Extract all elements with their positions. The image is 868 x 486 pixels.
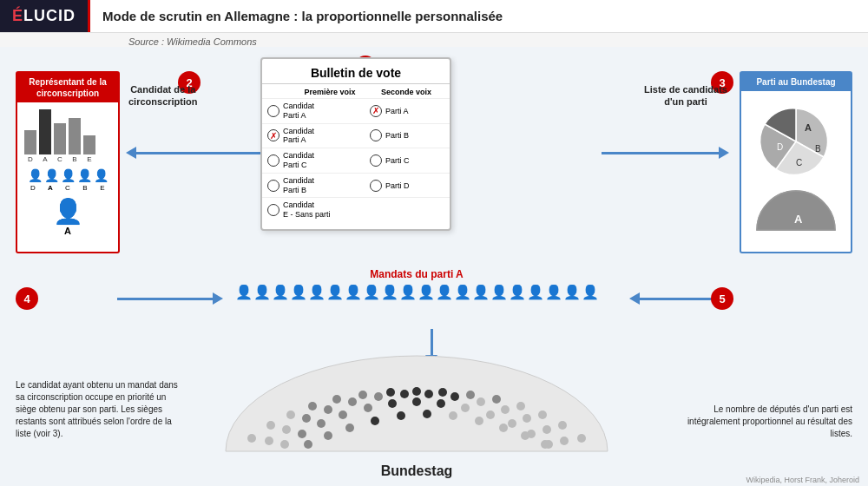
svg-point-33 [364,404,372,412]
ballot-circle-2: ✗ [267,129,279,141]
mandats-p18: 👤 [545,284,562,300]
bar-label-A: A [43,155,47,163]
svg-point-11 [516,402,525,410]
ballot-row-1: CandidatParti A ✗ Parti A [262,98,450,123]
svg-point-48 [449,411,457,420]
svg-point-52 [541,440,549,449]
label-C: C [60,184,76,192]
ballot-circle-3 [267,154,279,167]
svg-point-3 [308,402,317,410]
person-C: 👤 [61,168,76,182]
bottom-person-area: 👤 [17,194,118,226]
arrow-2-left [126,147,262,159]
ballot-circle-5 [267,204,279,216]
ballot-header: Première voix Seconde voix [262,84,450,98]
svg-point-15 [265,437,273,445]
badge-5: 5 [711,287,733,310]
annotation-5: Le nombre de députés d'un parti est inté… [679,404,852,440]
svg-point-17 [302,414,311,423]
bar-B: B [69,118,81,163]
arrow-head-right-3 [719,147,729,159]
svg-point-5 [358,391,367,399]
svg-point-37 [461,404,470,412]
left-box-circonscription: Représentant de la circonscription D A C… [16,71,120,253]
logo: ÉLUCID [0,0,88,32]
svg-point-0 [247,434,256,443]
svg-point-27 [542,425,551,434]
person-E: 👤 [94,168,108,182]
bundestag-area: Bundestag [174,347,660,479]
label-D: D [25,184,41,192]
svg-point-18 [324,405,332,414]
half-pie-svg: A [753,187,839,234]
credits: Wikipedia, Horst Frank, Joheroid [746,476,859,484]
mandats-p20: 👤 [582,284,599,300]
people-row: 👤 👤 👤 👤 👤 [17,163,118,182]
svg-point-29 [280,440,289,449]
bottom-label-A: A [17,226,118,236]
label-B: B [77,184,93,192]
label-E: E [95,184,110,192]
half-pie-area: A [741,180,851,234]
ballot-row-4: CandidatParti B Parti D [262,173,450,198]
svg-point-21 [400,390,409,398]
bundestag-label: Bundestag [174,463,660,479]
ballot-circle-4 [267,180,279,192]
pie-label-A: A [805,122,812,133]
svg-point-14 [577,434,586,443]
svg-point-4 [332,395,341,404]
bar-rect-B [69,118,81,154]
left-box-title: Représentant de la circonscription [17,73,118,102]
ballot-party-C: Parti C [385,156,410,165]
header: ÉLUCID Mode de scrutin en Allemagne : la… [0,0,868,33]
svg-point-28 [560,437,569,445]
svg-point-39 [508,419,516,428]
right-box-title: Parti au Bundestag [741,73,851,91]
arrow-3-right [602,147,729,159]
page-title: Mode de scrutin en Allemagne : la propor… [88,0,868,32]
ballot-party-circle-4 [370,180,382,192]
pie-label-B: B [815,144,821,154]
svg-point-47 [423,410,431,418]
ballot-candidate-1: CandidatParti A [283,102,352,121]
ballot-party-D: Parti D [385,181,410,190]
ballot-party-B: Parti B [385,131,409,140]
person-A: 👤 [44,168,59,182]
mandats-p8: 👤 [363,284,380,300]
ballot-party-A: Parti A [385,107,409,115]
svg-point-6 [386,388,395,397]
svg-point-44 [345,424,354,432]
svg-point-30 [298,430,306,438]
mandats-label: Mandats du parti A [208,268,625,280]
arrow-head-left-2 [126,147,136,159]
svg-point-36 [437,399,445,408]
bar-label-D: D [28,155,33,163]
bar-chart: D A C B E [17,102,118,163]
mandats-p15: 👤 [490,284,508,300]
ballot-party-circle-1: ✗ [370,105,382,117]
arrow-head-mandats-right [629,292,640,305]
ballot-title: Bulletin de vote [262,59,450,84]
person-labels-row: D A C B E [17,182,118,194]
mandats-p16: 👤 [509,284,526,300]
pie-chart-svg: A B C D [753,98,839,176]
svg-point-51 [521,431,529,440]
svg-point-43 [324,431,332,440]
svg-point-9 [466,391,475,399]
ballot-candidate-3: CandidatParti C [283,151,352,170]
mandats-people: 👤 👤 👤 👤 👤 👤 👤 👤 👤 👤 👤 👤 👤 👤 👤 👤 👤 👤 👤 👤 [208,284,625,300]
mandats-p1: 👤 [235,284,253,300]
annotation-3: Liste de candidats d'un parti [642,83,729,108]
svg-point-1 [266,421,275,430]
main-content: 1 Représentant de la circonscription D A… [0,47,868,486]
mandats-p11: 👤 [418,284,435,300]
ballot-row-2: ✗ CandidatParti A Parti B [262,123,450,148]
mandats-p7: 👤 [345,284,362,300]
svg-point-7 [412,387,421,396]
bar-label-C: C [57,155,62,163]
svg-point-50 [499,424,508,432]
svg-point-38 [486,410,495,419]
badge-4: 4 [16,287,38,310]
bar-rect-E [83,135,95,154]
bar-C: C [54,123,66,163]
